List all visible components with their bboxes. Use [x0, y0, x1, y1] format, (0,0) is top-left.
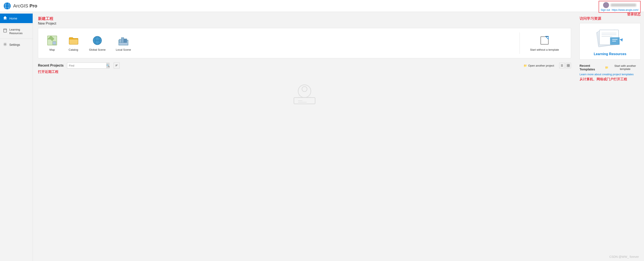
watermark: CSDN @WW_ forever [610, 255, 639, 258]
svg-rect-45 [612, 39, 618, 40]
sidebar-item-home[interactable]: Home [0, 14, 33, 23]
svg-rect-18 [124, 39, 127, 42]
svg-line-21 [546, 37, 548, 39]
globe-icon [4, 2, 11, 10]
template-global-scene[interactable]: Global Scene [84, 32, 111, 54]
template-catalog[interactable]: Catalog [63, 32, 84, 54]
open-another-project-button[interactable]: 📁 Open another project [524, 64, 554, 67]
new-project-black-label: New Project [38, 22, 571, 26]
global-scene-label: Global Scene [89, 48, 106, 51]
local-scene-template-icon [118, 35, 129, 46]
learning-illustration [593, 27, 627, 50]
new-project-box: Map Catalog [38, 28, 571, 58]
grid-view-button[interactable] [566, 63, 571, 68]
global-scene-template-icon [92, 35, 103, 46]
svg-rect-30 [567, 66, 568, 67]
svg-rect-17 [121, 38, 124, 42]
empty-state [38, 80, 571, 106]
local-scene-label: Local Scene [116, 48, 131, 51]
svg-rect-29 [568, 64, 570, 65]
sort-icon [115, 64, 118, 67]
recent-projects-section: Recent Projects 🔍 📁 Open another project [38, 62, 571, 74]
svg-point-33 [302, 86, 307, 92]
right-panel: 访问学习资源 Learning Resources [576, 12, 644, 261]
start-no-template[interactable]: Start without a template [522, 32, 568, 54]
catalog-template-icon [68, 35, 79, 46]
svg-rect-5 [4, 29, 6, 32]
app-title: ArcGIS Pro [13, 3, 37, 9]
start-no-template-label: Start without a template [530, 48, 559, 51]
folder-icon-small: 📁 [605, 66, 608, 69]
recent-projects-title: Recent Projects [38, 64, 64, 68]
open-another-label: Open another project [528, 64, 554, 67]
user-name-blur [611, 4, 636, 6]
svg-rect-31 [568, 66, 570, 67]
template-items: Map Catalog [42, 32, 518, 54]
sidebar-learning-label: LearningResources [9, 28, 22, 35]
titlebar: ArcGIS Pro Sign out https://www.arcgis.c… [0, 0, 644, 12]
svg-rect-28 [567, 64, 568, 65]
template-map[interactable]: Map [42, 32, 63, 54]
start-another-label: Start with another template [610, 64, 640, 70]
svg-rect-10 [52, 41, 56, 45]
login-label: 登录状态 [627, 12, 640, 17]
sort-button[interactable] [114, 62, 120, 68]
template-note-red: 从计算机、网络或门户打开工程 [580, 77, 640, 82]
empty-state-icon [290, 80, 319, 106]
sidebar-divider-2 [0, 38, 33, 39]
user-panel: Sign out https://www.arcgis.com/ [598, 1, 640, 13]
svg-point-7 [4, 44, 6, 45]
view-buttons [559, 63, 571, 68]
learn-more-link[interactable]: Learn more about creating project templa… [580, 73, 640, 76]
visit-learning-label: 访问学习资源 [580, 16, 640, 21]
templates-header: Recent Templates 📁 Start with another te… [580, 64, 640, 71]
template-local-scene[interactable]: Local Scene [111, 32, 136, 54]
list-view-button[interactable] [559, 63, 565, 68]
map-label: Map [50, 48, 55, 51]
folder-icon: 📁 [524, 64, 527, 67]
settings-icon [3, 42, 7, 48]
main-content: 新建工程 New Project Map [33, 12, 576, 261]
search-button[interactable]: 🔍 [106, 62, 110, 68]
sidebar-item-learning[interactable]: LearningResources [0, 26, 33, 37]
recent-templates-section: Recent Templates 📁 Start with another te… [580, 64, 640, 82]
recent-projects-red-label: 打开近期工程 [38, 70, 571, 74]
list-view-icon [560, 64, 564, 67]
recent-templates-title: Recent Templates [580, 64, 605, 71]
template-divider [520, 32, 520, 54]
main-layout: Home LearningResources Settings [0, 12, 644, 261]
svg-rect-46 [612, 41, 616, 42]
start-no-template-icon [539, 35, 550, 46]
book-icon [3, 28, 7, 34]
arcgis-url-link[interactable]: https://www.arcgis.com/ [612, 8, 638, 12]
sidebar-item-settings[interactable]: Settings [0, 40, 33, 50]
sidebar-home-label: Home [9, 17, 17, 20]
grid-view-icon [567, 64, 570, 67]
catalog-label: Catalog [69, 48, 78, 51]
search-box: 🔍 [67, 62, 110, 68]
home-icon [3, 16, 7, 21]
search-input[interactable] [67, 64, 106, 67]
user-row [603, 2, 636, 8]
svg-marker-47 [620, 38, 623, 42]
map-template-icon [47, 35, 58, 46]
svg-rect-35 [294, 98, 315, 104]
new-project-red-label: 新建工程 [38, 16, 571, 21]
svg-rect-19 [119, 39, 121, 42]
user-links: Sign out https://www.arcgis.com/ [601, 8, 638, 12]
recent-projects-header: Recent Projects 🔍 📁 Open another project [38, 62, 571, 68]
sidebar: Home LearningResources Settings [0, 12, 33, 261]
avatar [603, 2, 609, 8]
learning-resources-title: Learning Resources [594, 52, 626, 56]
app-logo: ArcGIS Pro [4, 2, 37, 10]
learning-resources-card[interactable]: Learning Resources [580, 23, 640, 60]
sidebar-settings-label: Settings [9, 43, 20, 46]
start-another-template-button[interactable]: 📁 Start with another template [605, 64, 640, 70]
sign-out-link[interactable]: Sign out [601, 8, 610, 12]
